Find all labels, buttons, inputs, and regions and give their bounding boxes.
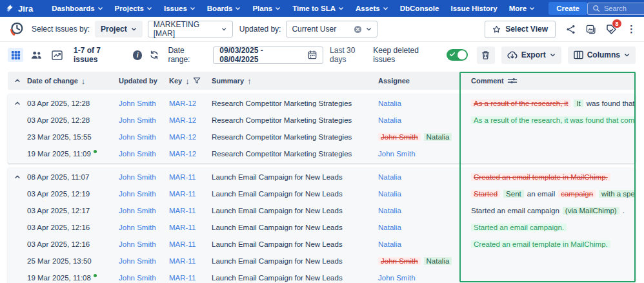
updated-by-link[interactable]: John Smith (119, 116, 156, 124)
select-mode-dropdown[interactable]: Project (95, 21, 143, 37)
assignee-link[interactable]: Natalia (378, 207, 401, 215)
comment-text: was found that compe… (587, 100, 636, 107)
search-box[interactable] (587, 3, 644, 15)
table-row[interactable]: 03 Apr 2025, 12:16John SmithMAR-11Launch… (8, 219, 636, 236)
issue-key-link[interactable]: MAR-12 (169, 133, 196, 141)
summary-cell: Launch Email Campaign for New Leads (212, 190, 378, 198)
updated-by-link[interactable]: John Smith (119, 133, 156, 141)
table-row[interactable]: 25 Mar 2025, 13:50John SmithMAR-11Launch… (8, 253, 636, 269)
table-row[interactable]: 03 Apr 2025, 12:17John SmithMAR-11Launch… (8, 202, 636, 219)
nav-item-time-to-sla[interactable]: Time to SLA (287, 0, 350, 17)
updated-by-link[interactable]: John Smith (119, 274, 156, 282)
table-row[interactable]: 19 Mar 2025, 11:08John SmithMAR-11Launch… (8, 269, 636, 283)
assignee-link[interactable]: Natalia (378, 173, 401, 181)
issue-key-link[interactable]: MAR-11 (169, 224, 196, 231)
updated-by-link[interactable]: John Smith (119, 173, 156, 181)
table-row[interactable]: 03 Apr 2025, 12:16John SmithMAR-11Launch… (8, 236, 636, 253)
nav-item-more[interactable]: More (503, 0, 541, 17)
updated-by-link[interactable]: John Smith (119, 257, 156, 265)
assignee-link[interactable]: Natalia (378, 240, 401, 248)
nav-item-plans[interactable]: Plans (247, 0, 287, 17)
assignee-link[interactable]: Natalia (378, 224, 401, 231)
star-icon (492, 25, 501, 34)
assignee-link[interactable]: Natalia (378, 100, 401, 107)
table-row[interactable]: 03 Apr 2025, 12:19John SmithMAR-11Launch… (8, 185, 636, 202)
issue-key-link[interactable]: MAR-11 (169, 173, 196, 181)
nav-item-label: Projects (115, 5, 144, 12)
more-menu-icon[interactable]: ⋮ (627, 25, 636, 34)
sort-desc-icon[interactable]: ↓ (81, 76, 86, 86)
updated-by-link[interactable]: John Smith (119, 224, 156, 231)
create-button[interactable]: Create (548, 2, 587, 15)
table-row[interactable]: 03 Apr 2025, 12:28John SmithMAR-12Resear… (8, 95, 636, 112)
trash-button[interactable] (477, 47, 494, 64)
columns-button[interactable]: Columns (568, 47, 636, 64)
table-row[interactable]: 03 Apr 2025, 12:28John SmithMAR-12Resear… (8, 112, 636, 129)
calendar-icon[interactable] (308, 50, 317, 59)
collapse-group-icon[interactable] (8, 100, 27, 107)
collapse-all-icon[interactable] (8, 78, 27, 84)
table-row[interactable]: 23 Mar 2025, 15:55John SmithMAR-12Resear… (8, 129, 636, 145)
table-row[interactable]: 19 Mar 2025, 11:09John SmithMAR-12Resear… (8, 145, 636, 162)
people-view-button[interactable] (28, 48, 44, 62)
date-range-input[interactable]: 09/03/2025 - 08/04/2025 (213, 47, 323, 64)
nav-item-boards[interactable]: Boards (201, 0, 247, 17)
header-summary[interactable]: Summary (212, 77, 244, 85)
comment-filter-sliders-icon[interactable] (507, 77, 518, 85)
nav-item-dbconsole[interactable]: DbConsole (394, 0, 445, 17)
issue-key-link[interactable]: MAR-11 (169, 274, 196, 282)
grid-view-button[interactable] (8, 48, 23, 62)
tag-check-icon[interactable]: 8 (606, 24, 616, 34)
collapse-group-icon[interactable] (8, 174, 27, 180)
nav-item-issues[interactable]: Issues (158, 0, 201, 17)
nav-item-label: More (509, 5, 527, 12)
header-date-of-change[interactable]: Date of change (27, 77, 78, 85)
keep-deleted-toggle[interactable] (447, 49, 468, 61)
refresh-icon[interactable] (150, 50, 159, 59)
issue-key-link[interactable]: MAR-12 (169, 100, 196, 107)
share-icon[interactable] (566, 25, 576, 34)
chart-view-button[interactable] (49, 48, 65, 62)
header-updated-by[interactable]: Updated by (119, 77, 157, 85)
comment-cell: Created an email template in MailChimp. (459, 240, 636, 248)
assignee-link[interactable]: Natalia (378, 190, 401, 198)
assignee-link[interactable]: John Smith (378, 150, 416, 158)
gallery-icon[interactable] (586, 25, 596, 34)
nav-item-issue-history[interactable]: Issue History (445, 0, 503, 17)
header-key[interactable]: Key (169, 77, 182, 85)
issue-key-link[interactable]: MAR-12 (169, 150, 196, 158)
updated-by-link[interactable]: John Smith (119, 190, 156, 198)
table-row[interactable]: 08 Apr 2025, 11:07John SmithMAR-11Launch… (8, 169, 636, 185)
issue-key-link[interactable]: MAR-11 (169, 257, 196, 265)
updated-by-select[interactable]: Current User (286, 21, 377, 37)
updated-by-link[interactable]: John Smith (119, 100, 156, 107)
jira-logo[interactable]: Jira (5, 4, 33, 14)
nav-item-dashboards[interactable]: Dashboards (46, 0, 108, 17)
date-of-change-cell: 19 Mar 2025, 11:09 (27, 150, 119, 158)
issue-key-link[interactable]: MAR-11 (169, 190, 196, 198)
nav-item-assets[interactable]: Assets (350, 0, 394, 17)
primary-nav: DashboardsProjectsIssuesBoardsPlansTime … (46, 0, 541, 17)
updated-by-link[interactable]: John Smith (119, 150, 156, 158)
notification-badge: 8 (612, 19, 621, 28)
updated-by-link[interactable]: John Smith (119, 207, 156, 215)
issue-key-link[interactable]: MAR-11 (169, 240, 196, 248)
info-icon[interactable]: i (133, 50, 143, 60)
updated-by-link[interactable]: John Smith (119, 240, 156, 248)
export-button[interactable]: Export (501, 47, 561, 64)
sort-desc-icon[interactable]: ↓ (185, 76, 190, 86)
project-select[interactable]: MARKETING [MAR] (148, 21, 233, 37)
assignee-link[interactable]: John Smith (378, 274, 416, 282)
updated-by-label: Updated by: (239, 25, 281, 34)
sort-asc-icon[interactable]: ↑ (247, 76, 252, 86)
header-assignee[interactable]: Assignee (378, 77, 410, 85)
clear-icon[interactable] (354, 25, 362, 34)
filter-funnel-icon[interactable] (193, 77, 201, 85)
issue-key-link[interactable]: MAR-11 (169, 207, 196, 215)
issue-key-link[interactable]: MAR-12 (169, 116, 196, 124)
nav-item-projects[interactable]: Projects (109, 0, 158, 17)
select-view-button[interactable]: Select View (485, 21, 556, 38)
header-comment[interactable]: Comment (471, 77, 504, 85)
search-input[interactable] (604, 5, 644, 12)
assignee-link[interactable]: Natalia (378, 116, 401, 124)
